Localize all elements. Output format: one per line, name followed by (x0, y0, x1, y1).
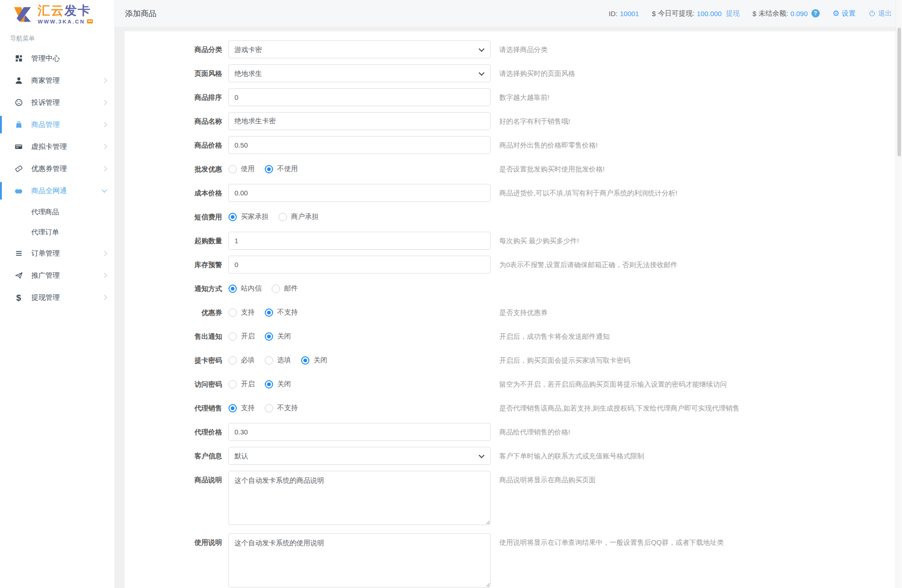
notify-method-option[interactable]: 站内信 (228, 284, 262, 293)
usage-desc-textarea[interactable] (228, 533, 491, 588)
customer-info-select[interactable]: 默认 (228, 447, 491, 465)
chevron-down-icon (102, 187, 107, 192)
scrollbar-thumb[interactable] (897, 28, 901, 156)
sidebar-item-label: 管理中心 (31, 54, 60, 63)
access-password-option[interactable]: 开启 (228, 380, 255, 388)
form-row-notify-method: 通知方式站内信邮件 (125, 280, 896, 297)
min-qty-input[interactable] (228, 232, 491, 250)
sidebar-item-label: 优惠券管理 (31, 164, 67, 174)
scrollbar-track[interactable] (896, 0, 902, 588)
field-help: 是否代理销售该商品,如若支持,则生成授权码,下发给代理商户即可实现代理销售 (499, 399, 740, 417)
sale-notice-option[interactable]: 关闭 (265, 332, 291, 341)
wholesale-option[interactable]: 不使用 (265, 165, 298, 173)
field-label: 客户信息 (125, 447, 228, 465)
field-control: 开启关闭 (228, 327, 491, 345)
stock-alert-input[interactable] (228, 256, 491, 274)
radio-icon (228, 380, 237, 388)
power-icon (868, 10, 876, 17)
form-row-customer-info: 客户信息默认客户下单时输入的联系方式或充值账号格式限制 (125, 447, 896, 465)
field-label: 商品分类 (125, 40, 228, 58)
form-row-min-qty: 起购数量每次购买 最少购买多少件! (125, 232, 896, 250)
field-help: 请选择购买时的页面风格 (499, 64, 575, 82)
radio-icon (228, 356, 237, 365)
card-password-option[interactable]: 选填 (265, 356, 291, 365)
access-password-radio-group: 开启关闭 (228, 375, 491, 393)
field-help: 开启后，成功售卡将会发送邮件通知 (499, 327, 610, 345)
price-input[interactable] (228, 136, 491, 154)
notify-method-option[interactable]: 邮件 (272, 284, 298, 293)
page-style-select[interactable]: 绝地求生 (228, 64, 491, 82)
field-help: 每次购买 最少购买多少件! (499, 232, 579, 250)
radio-option-label: 不支持 (277, 308, 298, 317)
sidebar-subitem-agent-orders[interactable]: 代理订单 (0, 222, 114, 242)
sidebar-item-orders[interactable]: 订单管理 (0, 242, 114, 264)
cost-input[interactable] (228, 184, 491, 202)
field-control: 必填选填关闭 (228, 351, 491, 369)
gear-icon: ⚙ (833, 10, 839, 17)
sidebar-item-merchants[interactable]: 商家管理 (0, 69, 114, 91)
sidebar-item-coupons[interactable]: 优惠券管理 (0, 158, 114, 180)
access-password-option[interactable]: 关闭 (265, 380, 291, 388)
form-row-sort: 商品排序数字越大越靠前! (125, 88, 896, 106)
wholesale-option[interactable]: 使用 (228, 165, 255, 173)
coupon-option[interactable]: 不支持 (265, 308, 298, 317)
sms-fee-option[interactable]: 买家承担 (228, 212, 268, 221)
category-select[interactable]: 游戏卡密 (228, 40, 491, 58)
card-password-option[interactable]: 必填 (228, 356, 255, 365)
radio-option-label: 选填 (277, 356, 291, 365)
radio-option-label: 关闭 (314, 356, 327, 365)
id-value: 10001 (620, 10, 639, 17)
field-label: 起购数量 (125, 232, 228, 250)
field-label: 商品价格 (125, 136, 228, 154)
logout-button[interactable]: 退出 (868, 9, 892, 18)
card-password-option[interactable]: 关闭 (301, 356, 327, 365)
form-row-sms-fee: 短信费用买家承担商户承担 (125, 208, 896, 226)
sidebar-item-product-network[interactable]: 商品全网通 (0, 180, 114, 202)
sidebar-item-virtual-cards[interactable]: 虚拟卡管理 (0, 136, 114, 158)
form-row-name: 商品名称好的名字有利于销售哦! (125, 112, 896, 130)
field-label: 商品名称 (125, 112, 228, 130)
field-control: 使用不使用 (228, 160, 491, 178)
plane-icon (14, 271, 23, 280)
withdraw-link[interactable]: 提现 (726, 9, 740, 18)
field-control: 绝地求生 (228, 64, 491, 82)
product-desc-textarea[interactable] (228, 471, 491, 525)
field-control: 买家承担商户承担 (228, 208, 491, 226)
form-row-agent-price: 代理价格商品给代理销售的价格! (125, 423, 896, 441)
radio-checked-icon (265, 308, 273, 317)
agent-sale-option[interactable]: 支持 (228, 404, 255, 412)
sidebar-item-products[interactable]: 商品管理 (0, 114, 114, 136)
settings-button[interactable]: ⚙ 设置 (833, 9, 856, 18)
sale-notice-option[interactable]: 开启 (228, 332, 255, 341)
sms-fee-option[interactable]: 商户承担 (279, 212, 319, 221)
help-badge[interactable]: ? (811, 9, 820, 17)
notify-method-radio-group: 站内信邮件 (228, 280, 491, 297)
logo-icon (12, 4, 33, 24)
agent-sale-option[interactable]: 不支持 (265, 404, 298, 412)
field-control: 支持不支持 (228, 399, 491, 417)
form-row-product-desc: 商品说明商品说明将显示在商品购买页面 (125, 471, 896, 526)
sidebar-item-label: 投诉管理 (31, 98, 60, 108)
logo-title-2: 发卡 (64, 4, 91, 17)
radio-icon (228, 308, 237, 317)
name-input[interactable] (228, 112, 491, 130)
coupon-option[interactable]: 支持 (228, 308, 255, 317)
sidebar-item-label: 订单管理 (31, 249, 60, 258)
sidebar-item-dashboard[interactable]: 管理中心 (0, 47, 114, 69)
page-title: 添加商品 (125, 8, 156, 19)
agent-price-input[interactable] (228, 423, 491, 441)
field-help: 数字越大越靠前! (499, 88, 549, 106)
sidebar-item-label: 提现管理 (31, 293, 60, 303)
dollar-icon: $ (14, 293, 23, 302)
sort-input[interactable] (228, 88, 491, 106)
sidebar-subitem-agent-products[interactable]: 代理商品 (0, 202, 114, 222)
topbar: 添加商品 ID: 10001 $ 今日可提现: 100.000 提现 $ 未结余… (115, 0, 902, 27)
sidebar-item-withdrawal[interactable]: $提现管理 (0, 286, 114, 308)
sidebar-item-promotion[interactable]: 推广管理 (0, 264, 114, 286)
radio-option-label: 关闭 (277, 380, 291, 388)
sidebar-item-complaints[interactable]: 投诉管理 (0, 91, 114, 114)
field-help: 使用说明将显示在订单查询结果中，一般设置售后QQ群，或者下载地址类 (499, 533, 724, 551)
frown-icon (14, 98, 23, 107)
logo[interactable]: 汇云发卡 WWW.3KA.CN (0, 0, 114, 27)
field-label: 商品排序 (125, 88, 228, 106)
